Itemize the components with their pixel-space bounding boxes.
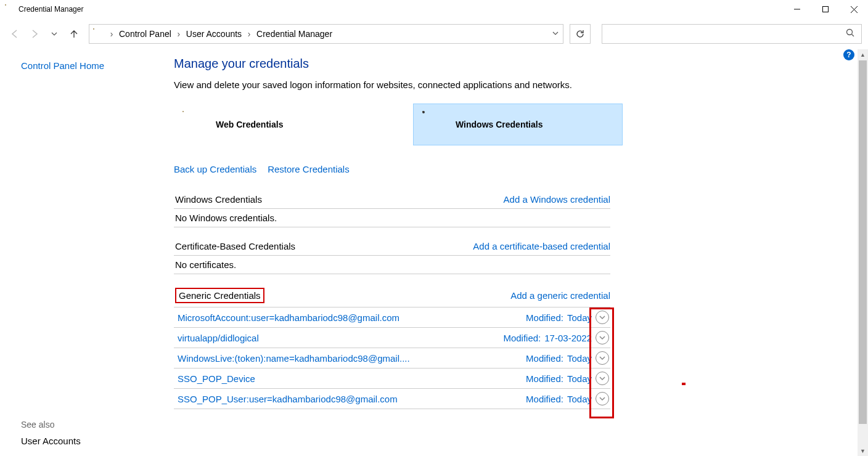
credential-name[interactable]: WindowsLive:(token):name=kadhambariodc98… <box>178 353 526 364</box>
credential-row[interactable]: virtualapp/didlogicalModified:17-03-2022 <box>174 328 610 348</box>
chevron-right-icon[interactable]: › <box>175 29 182 39</box>
modified-label: Modified: <box>526 394 563 404</box>
svg-line-5 <box>852 35 854 37</box>
modified-value: 17-03-2022 <box>544 333 592 343</box>
expand-button[interactable] <box>596 311 609 324</box>
chevron-right-icon[interactable]: › <box>108 29 115 39</box>
credential-row[interactable]: SSO_POP_DeviceModified:Today <box>174 368 610 389</box>
toolbar: › Control Panel › User Accounts › Creden… <box>0 18 868 49</box>
credential-name[interactable]: MicrosoftAccount:user=kadhambariodc98@gm… <box>178 312 526 323</box>
see-also-heading: See also <box>21 420 148 430</box>
add-windows-cred-link[interactable]: Add a Windows credential <box>504 194 610 205</box>
search-box[interactable] <box>602 24 862 44</box>
refresh-button[interactable] <box>570 24 591 44</box>
restore-credentials-link[interactable]: Restore Credentials <box>268 164 350 174</box>
breadcrumb-icon <box>93 28 104 39</box>
expand-button[interactable] <box>596 392 609 405</box>
vertical-scrollbar[interactable]: ▲ ▼ <box>858 49 868 456</box>
windows-cred-empty: No Windows credentials. <box>174 209 610 227</box>
recent-dropdown[interactable] <box>46 25 63 43</box>
app-icon <box>5 4 15 14</box>
credential-row[interactable]: SSO_POP_User:user=kadhambariodc98@gmail.… <box>174 389 610 409</box>
generic-cred-title: Generic Credentials <box>175 288 264 303</box>
search-icon <box>846 28 855 39</box>
breadcrumb-item[interactable]: User Accounts <box>186 29 242 39</box>
windows-credentials-label: Windows Credentials <box>456 120 542 129</box>
breadcrumb[interactable]: › Control Panel › User Accounts › Creden… <box>89 24 563 44</box>
breadcrumb-item[interactable]: Credential Manager <box>256 29 332 39</box>
window-title: Credential Manager <box>18 5 83 14</box>
expand-button[interactable] <box>596 351 609 365</box>
modified-label: Modified: <box>526 353 563 364</box>
svg-rect-1 <box>823 7 829 12</box>
cert-cred-empty: No certificates. <box>174 256 610 274</box>
web-credentials-icon <box>182 111 210 138</box>
main-content: Manage your credentials View and delete … <box>148 49 868 456</box>
user-accounts-link[interactable]: User Accounts <box>21 436 148 446</box>
modified-value: Today <box>567 312 592 323</box>
expand-button[interactable] <box>596 372 609 385</box>
modified-label: Modified: <box>526 373 563 384</box>
web-credentials-tile[interactable]: Web Credentials <box>174 104 383 145</box>
control-panel-home-link[interactable]: Control Panel Home <box>21 60 148 71</box>
forward-button[interactable] <box>26 25 43 43</box>
credential-name[interactable]: SSO_POP_User:user=kadhambariodc98@gmail.… <box>178 394 526 404</box>
annotation-dot <box>682 383 686 385</box>
page-subtitle: View and delete your saved logon informa… <box>174 79 868 90</box>
svg-point-4 <box>847 30 853 35</box>
modified-label: Modified: <box>526 312 563 323</box>
minimize-button[interactable] <box>783 0 811 18</box>
windows-credentials-tile[interactable]: Windows Credentials <box>413 104 623 145</box>
modified-value: Today <box>567 373 592 384</box>
add-generic-cred-link[interactable]: Add a generic credential <box>510 290 610 301</box>
windows-credentials-icon <box>422 111 449 138</box>
scroll-up-arrow[interactable]: ▲ <box>858 49 868 60</box>
up-button[interactable] <box>65 25 83 43</box>
modified-value: Today <box>567 394 592 404</box>
credential-row[interactable]: MicrosoftAccount:user=kadhambariodc98@gm… <box>174 307 610 328</box>
chevron-right-icon[interactable]: › <box>245 29 253 39</box>
cert-cred-title: Certificate-Based Credentials <box>175 241 295 251</box>
expand-button[interactable] <box>596 331 609 344</box>
maximize-button[interactable] <box>811 0 840 18</box>
close-button[interactable] <box>840 0 868 18</box>
credential-name[interactable]: virtualapp/didlogical <box>178 333 503 343</box>
scroll-down-arrow[interactable]: ▼ <box>858 446 868 456</box>
web-credentials-label: Web Credentials <box>216 120 283 129</box>
breadcrumb-item[interactable]: Control Panel <box>119 29 171 39</box>
modified-value: Today <box>567 353 592 364</box>
credential-name[interactable]: SSO_POP_Device <box>178 373 526 384</box>
add-cert-cred-link[interactable]: Add a certificate-based credential <box>473 241 610 251</box>
windows-cred-title: Windows Credentials <box>175 194 262 205</box>
breadcrumb-dropdown[interactable] <box>552 29 559 39</box>
backup-credentials-link[interactable]: Back up Credentials <box>174 164 256 174</box>
credential-row[interactable]: WindowsLive:(token):name=kadhambariodc98… <box>174 348 610 368</box>
scroll-thumb[interactable] <box>859 60 867 424</box>
page-heading: Manage your credentials <box>174 57 868 71</box>
titlebar: Credential Manager <box>0 0 868 18</box>
back-button[interactable] <box>6 25 23 43</box>
modified-label: Modified: <box>503 333 541 343</box>
help-icon[interactable]: ? <box>843 49 854 60</box>
sidebar: Control Panel Home See also User Account… <box>0 49 148 456</box>
